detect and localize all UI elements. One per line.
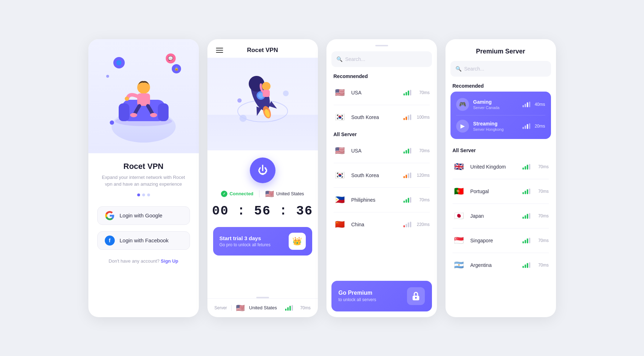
svg-point-8 xyxy=(150,113,157,117)
login-screen: 🌐 💬 🔒 xyxy=(88,39,199,317)
all-korea-signal xyxy=(403,172,411,178)
ar-signal xyxy=(522,262,530,268)
signup-row: Don't have any account? Sign Up xyxy=(109,258,178,264)
ar-ping: 70ms xyxy=(535,263,549,268)
cn-ping: 220ms xyxy=(416,222,430,227)
dot-3 xyxy=(147,194,150,196)
uk-flag: 🇬🇧 xyxy=(453,160,465,173)
server-philippines[interactable]: 🇵🇭 Philiphines 70ms xyxy=(326,189,437,211)
premium-search-bar[interactable]: 🔍 Search... xyxy=(450,61,551,77)
jp-flag: 🇯🇵 xyxy=(453,210,465,222)
ph-ping: 70ms xyxy=(416,197,430,202)
crown-icon: 👑 xyxy=(289,233,306,250)
ph-name: Philiphines xyxy=(351,197,398,203)
uk-name: United Kingdom xyxy=(470,164,517,170)
power-icon: ⏻ xyxy=(258,164,268,176)
login-title: Rocet VPN xyxy=(123,162,163,171)
usa-ping: 70ms xyxy=(416,90,430,95)
ph-flag: 🇵🇭 xyxy=(334,194,346,206)
vpn-title: Rocet VPN xyxy=(247,47,278,54)
menu-icon[interactable] xyxy=(215,46,225,54)
vpn-screen: Rocet VPN xyxy=(207,39,318,317)
gaming-signal xyxy=(522,102,530,107)
facebook-login-button[interactable]: f Login with Facebook xyxy=(97,231,190,250)
dot2-icon xyxy=(106,75,109,78)
google-icon xyxy=(105,211,115,221)
streaming-signal xyxy=(522,123,530,129)
top-handle xyxy=(375,45,388,46)
google-login-label: Login with Google xyxy=(120,212,163,218)
rocket-svg xyxy=(232,72,293,136)
premium-cta-title: Go Premium xyxy=(339,290,376,296)
sg-flag: 🇸🇬 xyxy=(453,234,465,247)
gaming-item[interactable]: 🎮 Gaming Server Canada 40ms xyxy=(450,94,551,115)
screens-container: 🌐 💬 🔒 xyxy=(88,39,556,317)
korea-flag: 🇰🇷 xyxy=(334,111,346,124)
usa-flag: 🇺🇸 xyxy=(334,86,346,99)
premium-uk[interactable]: 🇬🇧 United Kingdom 70ms xyxy=(445,156,556,177)
gaming-icon: 🎮 xyxy=(456,98,469,111)
pt-signal xyxy=(522,189,530,194)
rec-server-usa[interactable]: 🇺🇸 USA 70ms xyxy=(326,82,437,103)
cn-signal xyxy=(403,222,411,227)
pt-flag: 🇵🇹 xyxy=(453,185,465,198)
recommended-card: 🎮 Gaming Server Canada 40ms ▶ Streaming xyxy=(450,92,551,139)
svg-point-7 xyxy=(130,113,137,117)
all-server-usa[interactable]: 🇺🇸 USA 70ms xyxy=(326,140,437,161)
all-korea-ping: 120ms xyxy=(416,173,430,178)
login-hero: 🌐 💬 🔒 xyxy=(88,39,199,153)
all-korea-flag: 🇰🇷 xyxy=(334,169,346,182)
all-korea-name: South Korea xyxy=(351,172,398,178)
pt-name: Portugal xyxy=(470,189,517,194)
streaming-icon: ▶ xyxy=(456,120,469,133)
ar-name: Argentina xyxy=(470,262,517,268)
server-flag: 🇺🇸 xyxy=(236,304,245,312)
usa-signal xyxy=(403,90,411,96)
search-placeholder: Search... xyxy=(345,56,365,62)
streaming-item[interactable]: ▶ Streaming Server Hongkong 20ms xyxy=(450,115,551,137)
premium-portugal[interactable]: 🇵🇹 Portugal 70ms xyxy=(445,181,556,202)
svg-point-18 xyxy=(239,115,247,122)
all-server-korea[interactable]: 🇰🇷 South Korea 120ms xyxy=(326,165,437,186)
search-icon: 🔍 xyxy=(336,56,342,62)
signup-link[interactable]: Sign Up xyxy=(161,258,178,264)
jp-name: Japan xyxy=(470,213,517,219)
trial-title: Start trial 3 days xyxy=(220,235,289,241)
google-login-button[interactable]: Login with Google xyxy=(97,206,190,225)
svg-rect-3 xyxy=(158,103,169,121)
all-server-label: All Server xyxy=(326,131,437,137)
sg-signal xyxy=(522,238,530,243)
go-premium-cta[interactable]: Go Premium to unlock all servers xyxy=(331,281,432,311)
premium-singapore[interactable]: 🇸🇬 Singapore 70ms xyxy=(445,230,556,251)
facebook-login-label: Login with Facebook xyxy=(120,237,169,243)
cn-name: China xyxy=(351,222,398,227)
svg-point-16 xyxy=(262,82,271,91)
server-location: United States xyxy=(249,305,277,310)
ar-flag: 🇦🇷 xyxy=(453,259,465,272)
premium-title: Premium Server xyxy=(445,48,556,55)
premium-argentina[interactable]: 🇦🇷 Argentina 70ms xyxy=(445,254,556,276)
timer-display: 00 : 56 : 36 xyxy=(212,204,313,218)
svg-rect-2 xyxy=(119,103,129,121)
power-button[interactable]: ⏻ xyxy=(250,158,275,183)
premium-search-icon: 🔍 xyxy=(455,66,462,72)
svg-point-6 xyxy=(125,97,129,101)
premium-japan[interactable]: 🇯🇵 Japan 70ms xyxy=(445,205,556,227)
all-usa-flag: 🇺🇸 xyxy=(334,144,346,157)
dot-active xyxy=(137,194,140,196)
premium-recommended-label: Recomended xyxy=(445,83,556,89)
server-ping: 70ms xyxy=(297,305,311,310)
korea-signal xyxy=(403,114,411,120)
server-label: Server xyxy=(215,305,227,310)
rec-server-korea[interactable]: 🇰🇷 South Korea 100ms xyxy=(326,107,437,128)
search-bar[interactable]: 🔍 Search... xyxy=(331,51,432,67)
trial-banner[interactable]: Start trial 3 days Go pro to unlock all … xyxy=(213,227,312,256)
location-display: 🇺🇸 United States xyxy=(265,190,304,198)
server-china[interactable]: 🇨🇳 China 220ms xyxy=(326,214,437,235)
gaming-name: Gaming xyxy=(473,99,519,105)
korea-name: South Korea xyxy=(351,114,398,120)
all-usa-signal xyxy=(403,148,411,154)
sg-ping: 70ms xyxy=(535,238,549,243)
connected-badge: ✓ Connected xyxy=(221,191,253,197)
no-account-text: Don't have any account? xyxy=(109,258,160,264)
